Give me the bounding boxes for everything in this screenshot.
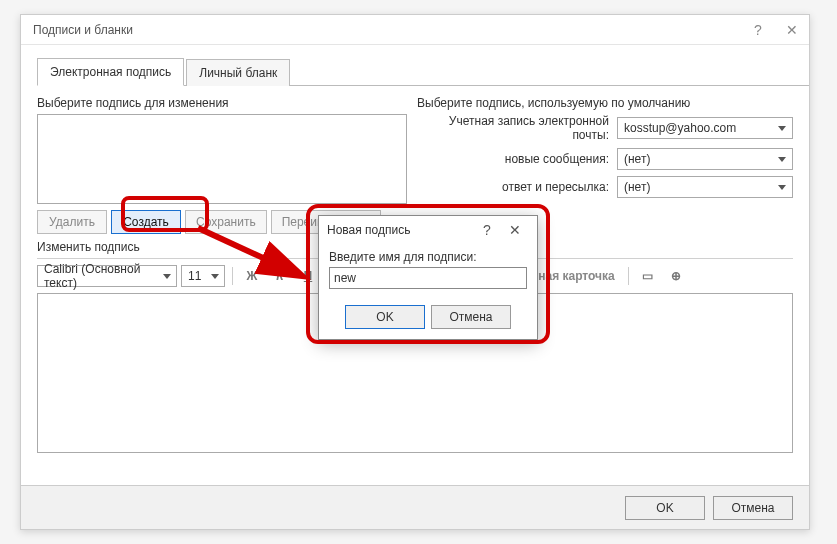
account-label: Учетная запись электронной почты: xyxy=(417,114,617,142)
modal-title: Новая подпись xyxy=(327,223,473,237)
font-combo[interactable]: Calibri (Основной текст) xyxy=(37,265,177,287)
reply-forward-label: ответ и пересылка: xyxy=(417,180,617,194)
link-icon[interactable]: ⊕ xyxy=(664,265,688,287)
tab-email-signature[interactable]: Электронная подпись xyxy=(37,58,184,86)
default-signature-header: Выберите подпись, используемую по умолча… xyxy=(417,96,793,110)
modal-cancel-button[interactable]: Отмена xyxy=(431,305,511,329)
tab-strip: Электронная подпись Личный бланк xyxy=(37,57,809,86)
window-title: Подписи и бланки xyxy=(33,23,741,37)
bold-button[interactable]: Ж xyxy=(240,265,264,287)
tab-personal-stationery[interactable]: Личный бланк xyxy=(186,59,290,86)
modal-help-icon[interactable]: ? xyxy=(473,222,501,238)
underline-button[interactable]: Ч xyxy=(296,265,320,287)
delete-button[interactable]: Удалить xyxy=(37,210,107,234)
new-signature-dialog: Новая подпись ? ✕ Введите имя для подпис… xyxy=(318,215,538,340)
fontsize-combo[interactable]: 11 xyxy=(181,265,225,287)
cancel-button[interactable]: Отмена xyxy=(713,496,793,520)
titlebar: Подписи и бланки ? ✕ xyxy=(21,15,809,45)
signature-listbox[interactable] xyxy=(37,114,407,204)
close-icon[interactable]: ✕ xyxy=(775,15,809,45)
save-button[interactable]: Сохранить xyxy=(185,210,267,234)
italic-button[interactable]: К xyxy=(268,265,292,287)
help-icon[interactable]: ? xyxy=(741,15,775,45)
reply-forward-select[interactable]: (нет) xyxy=(617,176,793,198)
account-select[interactable]: kosstup@yahoo.com xyxy=(617,117,793,139)
signature-name-input[interactable] xyxy=(329,267,527,289)
image-icon[interactable]: ▭ xyxy=(636,265,660,287)
select-signature-label: Выберите подпись для изменения xyxy=(37,96,407,110)
create-button[interactable]: Создать xyxy=(111,210,181,234)
modal-close-icon[interactable]: ✕ xyxy=(501,222,529,238)
ok-button[interactable]: OK xyxy=(625,496,705,520)
modal-label: Введите имя для подписи: xyxy=(329,250,527,264)
new-messages-label: новые сообщения: xyxy=(417,152,617,166)
new-messages-select[interactable]: (нет) xyxy=(617,148,793,170)
modal-ok-button[interactable]: OK xyxy=(345,305,425,329)
dialog-footer: OK Отмена xyxy=(21,485,809,529)
